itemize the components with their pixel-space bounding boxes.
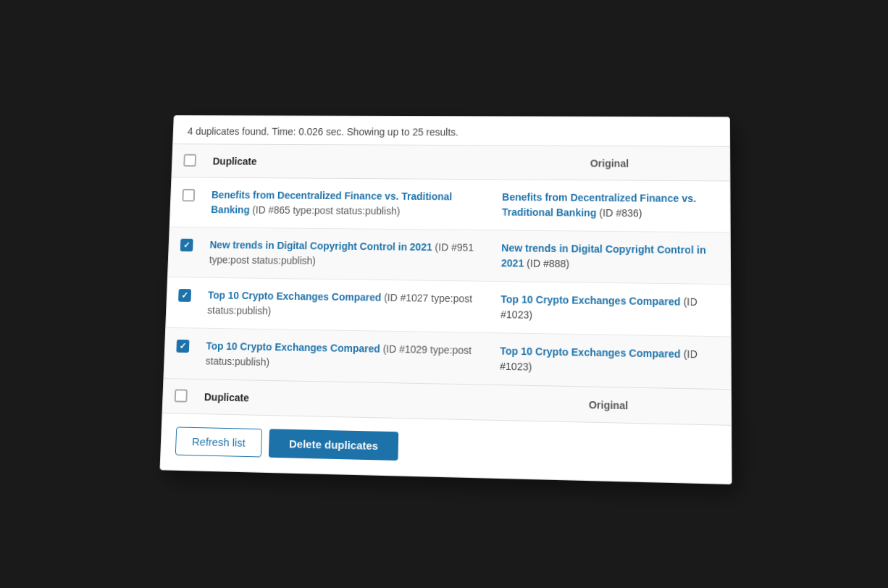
duplicate-cell-4: Top 10 Crypto Exchanges Compared (ID #10… — [193, 328, 488, 385]
row-checkbox-2[interactable] — [180, 239, 193, 252]
original-cell-1: Benefits from Decentralized Finance vs. … — [490, 180, 730, 232]
row-checkbox-cell-2 — [168, 227, 199, 277]
duplicate-cell-1: Benefits from Decentralized Finance vs. … — [199, 177, 491, 230]
table-header-row: Duplicate Original — [172, 144, 729, 181]
row-checkbox-cell-4 — [164, 327, 195, 379]
header-original-label: Original — [590, 157, 629, 169]
original-cell-4: Top 10 Crypto Exchanges Compared (ID #10… — [488, 333, 731, 390]
row-checkbox-cell-1 — [170, 177, 201, 227]
duplicate-meta-1: (ID #865 type:post status:publish) — [249, 204, 400, 217]
original-meta-1: (ID #836) — [596, 207, 642, 219]
original-cell-2: New trends in Digital Copyright Control … — [490, 230, 731, 285]
original-cell-3: Top 10 Crypto Exchanges Compared (ID #10… — [489, 281, 731, 337]
duplicate-link-2[interactable]: New trends in Digital Copyright Control … — [209, 239, 432, 253]
original-meta-2: (ID #888) — [524, 258, 569, 270]
delete-duplicates-button[interactable]: Delete duplicates — [269, 429, 399, 461]
footer-duplicate-col: Duplicate — [193, 379, 488, 419]
original-link-4[interactable]: Top 10 Crypto Exchanges Compared — [500, 345, 680, 360]
select-all-footer-checkbox[interactable] — [175, 389, 188, 402]
table-body: Benefits from Decentralized Finance vs. … — [164, 177, 731, 390]
header-original-col: Original — [491, 146, 730, 181]
row-checkbox-4[interactable] — [176, 340, 189, 353]
footer-original-col: Original — [487, 385, 731, 425]
table-row: New trends in Digital Copyright Control … — [168, 227, 730, 284]
row-checkbox-1[interactable] — [182, 189, 195, 202]
table-row: Top 10 Crypto Exchanges Compared (ID #10… — [166, 277, 730, 337]
original-link-3[interactable]: Top 10 Crypto Exchanges Compared — [500, 293, 680, 308]
duplicate-cell-3: Top 10 Crypto Exchanges Compared (ID #10… — [196, 277, 490, 332]
row-checkbox-3[interactable] — [178, 289, 191, 302]
footer-original-label: Original — [589, 398, 628, 411]
actions-bar: Refresh list Delete duplicates — [160, 413, 731, 484]
select-all-checkbox[interactable] — [183, 154, 196, 167]
duplicate-link-4[interactable]: Top 10 Crypto Exchanges Compared — [206, 340, 380, 355]
duplicate-link-3[interactable]: Top 10 Crypto Exchanges Compared — [208, 290, 382, 303]
footer-checkbox-cell — [163, 379, 194, 413]
table-row: Benefits from Decentralized Finance vs. … — [170, 177, 730, 232]
duplicates-table: Duplicate Original Benefits from Decentr… — [163, 143, 732, 425]
header-duplicate-label: Duplicate — [213, 155, 257, 167]
status-message: 4 duplicates found. Time: 0.026 sec. Sho… — [188, 125, 458, 138]
main-panel: 4 duplicates found. Time: 0.026 sec. Sho… — [162, 113, 726, 475]
duplicate-cell-2: New trends in Digital Copyright Control … — [197, 227, 490, 282]
header-duplicate-col: Duplicate — [201, 144, 492, 180]
footer-duplicate-label: Duplicate — [204, 391, 249, 403]
row-checkbox-cell-3 — [166, 277, 197, 328]
status-bar: 4 duplicates found. Time: 0.026 sec. Sho… — [173, 116, 729, 146]
header-checkbox-cell — [172, 144, 202, 177]
duplicates-card: 4 duplicates found. Time: 0.026 sec. Sho… — [159, 115, 732, 484]
refresh-list-button[interactable]: Refresh list — [175, 427, 262, 457]
